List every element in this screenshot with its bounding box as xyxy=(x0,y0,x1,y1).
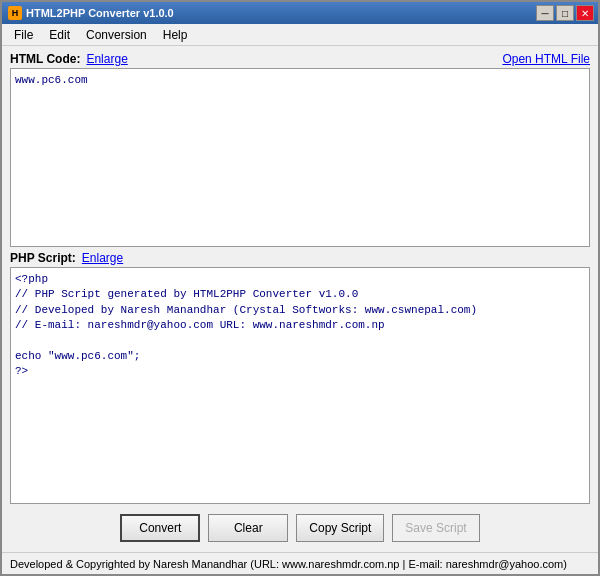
title-bar: H HTML2PHP Converter v1.0.0 ─ □ ✕ xyxy=(2,2,598,24)
menu-conversion[interactable]: Conversion xyxy=(78,26,155,44)
php-section: PHP Script: Enlarge xyxy=(10,251,590,504)
html-label: HTML Code: xyxy=(10,52,80,66)
status-text: Developed & Copyrighted by Naresh Manand… xyxy=(10,558,567,570)
minimize-button[interactable]: ─ xyxy=(536,5,554,21)
save-script-button[interactable]: Save Script xyxy=(392,514,479,542)
html-textarea-container xyxy=(10,68,590,247)
close-button[interactable]: ✕ xyxy=(576,5,594,21)
html-input[interactable] xyxy=(11,69,589,246)
html-section: HTML Code: Enlarge Open HTML File xyxy=(10,52,590,247)
menu-file[interactable]: File xyxy=(6,26,41,44)
menu-edit[interactable]: Edit xyxy=(41,26,78,44)
window-title: HTML2PHP Converter v1.0.0 xyxy=(26,7,174,19)
main-content: HTML Code: Enlarge Open HTML File PHP Sc… xyxy=(2,46,598,552)
php-label: PHP Script: xyxy=(10,251,76,265)
php-textarea-container xyxy=(10,267,590,504)
app-icon: H xyxy=(8,6,22,20)
php-enlarge-link[interactable]: Enlarge xyxy=(82,251,123,265)
button-row: Convert Clear Copy Script Save Script xyxy=(10,508,590,546)
title-bar-left: H HTML2PHP Converter v1.0.0 xyxy=(8,6,174,20)
menu-bar: File Edit Conversion Help xyxy=(2,24,598,46)
php-section-header: PHP Script: Enlarge xyxy=(10,251,590,265)
convert-button[interactable]: Convert xyxy=(120,514,200,542)
main-window: H HTML2PHP Converter v1.0.0 ─ □ ✕ File E… xyxy=(0,0,600,576)
open-html-file-link[interactable]: Open HTML File xyxy=(502,52,590,66)
status-bar: Developed & Copyrighted by Naresh Manand… xyxy=(2,552,598,574)
title-controls: ─ □ ✕ xyxy=(536,5,594,21)
maximize-button[interactable]: □ xyxy=(556,5,574,21)
html-enlarge-link[interactable]: Enlarge xyxy=(86,52,127,66)
html-section-header: HTML Code: Enlarge Open HTML File xyxy=(10,52,590,66)
copy-script-button[interactable]: Copy Script xyxy=(296,514,384,542)
php-output[interactable] xyxy=(11,268,589,503)
menu-help[interactable]: Help xyxy=(155,26,196,44)
clear-button[interactable]: Clear xyxy=(208,514,288,542)
